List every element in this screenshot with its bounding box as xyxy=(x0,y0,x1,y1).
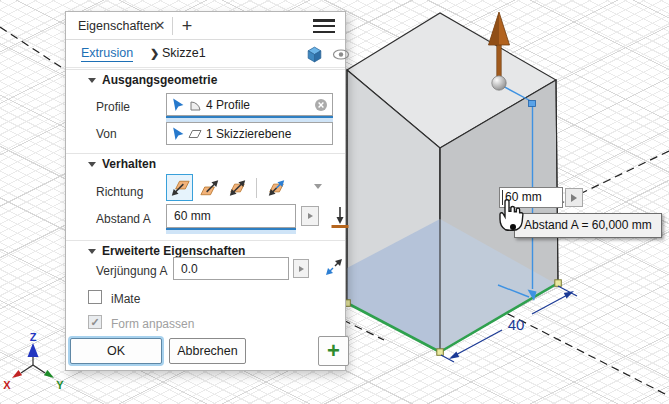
verjuengung-label: Verjüngung A xyxy=(96,264,167,278)
section-title: Ausgangsgeometrie xyxy=(102,73,217,87)
verjuengung-input[interactable]: 0.0 xyxy=(173,257,289,280)
sketch-plane-icon xyxy=(188,127,202,141)
von-value: 1 Skizzierebene xyxy=(206,127,291,141)
section-ausgangsgeometrie-header[interactable]: Ausgangsgeometrie xyxy=(66,69,345,90)
direction-flipped-icon xyxy=(198,175,223,201)
distance-tooltip: Abstand A = 60,000 mm xyxy=(514,213,662,238)
solid-body-cube-icon[interactable] xyxy=(305,45,324,64)
verjuengung-flyout-button[interactable] xyxy=(293,259,309,278)
clear-selection-icon[interactable] xyxy=(314,98,328,112)
chevron-down-icon xyxy=(88,249,96,254)
y-axis-arrow xyxy=(44,370,54,378)
profile-field[interactable]: 4 Profile xyxy=(166,93,333,116)
panel-tab-bar: Eigenschaften ✕ + xyxy=(66,12,345,40)
dimension-value-text[interactable]: 40 xyxy=(508,316,525,333)
abstand-flyout-button[interactable] xyxy=(301,206,319,226)
z-axis-arrow xyxy=(28,343,39,357)
direction-default-icon xyxy=(167,175,192,201)
cancel-button[interactable]: Abbrechen xyxy=(169,338,246,364)
add-feature-button[interactable]: + xyxy=(318,336,349,366)
direction-flyout-caret-icon[interactable] xyxy=(314,184,322,189)
abstand-edit-highlight xyxy=(166,228,296,234)
tab-divider xyxy=(172,17,173,35)
dimension-grip[interactable] xyxy=(529,101,536,107)
x-axis-arrow xyxy=(12,370,22,378)
z-axis-label: Z xyxy=(30,331,37,343)
section-verhalten-header[interactable]: Verhalten xyxy=(66,153,345,174)
visibility-eye-icon[interactable] xyxy=(332,48,350,61)
tab-eigenschaften[interactable]: Eigenschaften xyxy=(78,19,157,33)
direction-asymmetric-icon xyxy=(264,175,289,201)
profile-value: 4 Profile xyxy=(206,98,250,112)
y-axis-label: Y xyxy=(56,379,64,391)
caret-right-icon xyxy=(299,266,304,272)
form-anpassen-label: Form anpassen xyxy=(111,317,194,331)
von-field[interactable]: 1 Skizzierebene xyxy=(166,122,333,145)
breadcrumb-separator: ❯ xyxy=(150,47,159,60)
chevron-down-icon xyxy=(88,78,96,83)
manipulator-sphere[interactable] xyxy=(492,76,506,90)
profile-label: Profile xyxy=(96,100,130,114)
breadcrumb: Extrusion ❯ Skizze1 xyxy=(66,40,345,68)
application-window: 40 Z X Y 60 mm Abstand A = 60,000 mm xyxy=(0,0,669,404)
abstand-input[interactable]: 60 mm xyxy=(166,204,296,228)
abstand-value: 60 mm xyxy=(171,209,211,223)
direction-asymmetric-button[interactable] xyxy=(263,174,290,201)
in-canvas-distance-flyout-button[interactable] xyxy=(565,188,583,207)
section-title: Erweiterte Eigenschaften xyxy=(102,244,245,258)
direction-flipped-button[interactable] xyxy=(197,174,224,201)
abstand-label: Abstand A xyxy=(96,212,151,226)
imate-checkbox[interactable] xyxy=(88,290,102,304)
menu-icon[interactable] xyxy=(313,19,335,33)
direction-group-divider xyxy=(256,178,257,198)
profile-icon xyxy=(188,98,202,112)
breadcrumb-feature-link[interactable]: Extrusion xyxy=(81,46,133,62)
select-arrow-icon xyxy=(171,127,184,141)
extent-distance-icon[interactable] xyxy=(328,203,352,230)
imate-label: iMate xyxy=(111,292,140,306)
hand-cursor xyxy=(496,196,526,234)
tab-close-icon[interactable]: ✕ xyxy=(152,17,168,35)
breadcrumb-sketch[interactable]: Skizze1 xyxy=(162,46,206,60)
direction-symmetric-icon xyxy=(225,175,250,201)
von-label: Von xyxy=(96,127,117,141)
cursor-anchor-dot xyxy=(510,224,516,230)
caret-right-icon xyxy=(571,194,577,202)
form-anpassen-checkbox: ✓ xyxy=(88,315,102,329)
taper-angle-icon[interactable] xyxy=(323,254,345,280)
direction-default-button[interactable] xyxy=(166,174,193,201)
richtung-label: Richtung xyxy=(96,185,143,199)
add-tab-button[interactable]: + xyxy=(178,14,196,38)
section-title: Verhalten xyxy=(102,157,156,171)
origin-triad: Z X Y xyxy=(3,331,64,391)
ok-button[interactable]: OK xyxy=(70,338,162,364)
verjuengung-value: 0.0 xyxy=(178,262,198,276)
direction-symmetric-button[interactable] xyxy=(224,174,251,201)
caret-right-icon xyxy=(308,213,313,219)
x-axis-label: X xyxy=(3,379,11,391)
chevron-down-icon xyxy=(88,162,96,167)
select-arrow-icon xyxy=(171,98,184,112)
properties-panel: Eigenschaften ✕ + Extrusion ❯ Skizze1 Au… xyxy=(65,11,346,371)
